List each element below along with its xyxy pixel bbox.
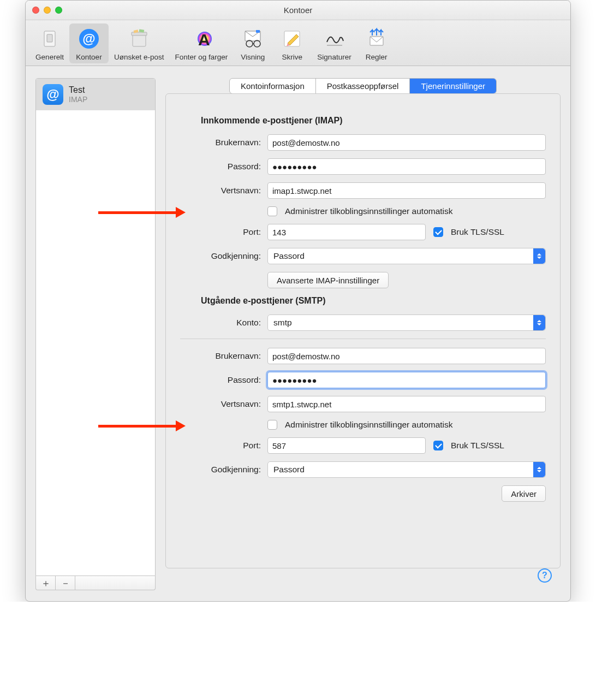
incoming-username-label: Brukernavn: <box>180 138 267 147</box>
outgoing-host-input[interactable] <box>267 396 546 412</box>
account-name: Test <box>69 85 87 95</box>
sidebar-footer: ＋ － <box>35 576 156 590</box>
outgoing-password-input[interactable] <box>267 372 546 388</box>
toolbar-view[interactable]: Visning <box>233 23 272 63</box>
content-area: @ Test IMAP ＋ － Kontoinformasjon Postkas… <box>26 66 570 601</box>
junk-icon <box>126 26 152 52</box>
account-row[interactable]: @ Test IMAP <box>36 79 155 110</box>
account-texts: Test IMAP <box>69 85 87 104</box>
outgoing-auth-label: Godkjenning: <box>180 465 267 474</box>
sidebar-footer-spacer <box>75 576 155 590</box>
toolbar-label: Uønsket e-post <box>114 53 164 61</box>
svg-rect-5 <box>132 32 147 35</box>
outgoing-tls-checkbox[interactable] <box>433 441 443 450</box>
incoming-host-label: Vertsnavn: <box>180 186 267 195</box>
preferences-window: Kontoer Generelt @ Kontoer Uønsket e-pos… <box>25 0 571 602</box>
toolbar-compose[interactable]: Skrive <box>272 23 312 63</box>
close-window-button[interactable] <box>32 7 39 14</box>
toolbar-kontoer[interactable]: @ Kontoer <box>69 23 109 63</box>
chevron-updown-icon <box>533 462 545 477</box>
outgoing-tls-label: Bruk TLS/SSL <box>451 441 504 450</box>
outgoing-host-label: Vertsnavn: <box>180 399 267 409</box>
annotation-arrow-1 <box>98 209 186 216</box>
incoming-tls-label: Bruk TLS/SSL <box>451 227 504 237</box>
incoming-host-input[interactable] <box>267 182 546 199</box>
outgoing-auto-checkbox[interactable] <box>267 420 277 430</box>
compose-icon <box>279 26 305 52</box>
account-type: IMAP <box>69 95 87 104</box>
chevron-updown-icon <box>533 248 545 264</box>
incoming-auto-checkbox[interactable] <box>267 206 277 216</box>
outgoing-account-value: smtp <box>273 318 292 328</box>
tab-bar: Kontoinformasjon Postkasseoppførsel Tjen… <box>165 78 561 94</box>
accounts-list: @ Test IMAP <box>35 78 156 576</box>
svg-point-12 <box>246 40 253 47</box>
incoming-auth-select[interactable]: Passord <box>267 248 546 264</box>
signature-icon <box>321 26 348 52</box>
tab-account-info[interactable]: Kontoinformasjon <box>230 79 316 93</box>
accounts-icon: @ <box>76 26 102 52</box>
save-button[interactable]: Arkiver <box>502 485 546 502</box>
incoming-tls-checkbox[interactable] <box>433 227 443 237</box>
incoming-username-input[interactable] <box>267 134 546 151</box>
prefs-toolbar: Generelt @ Kontoer Uønsket e-post A Font… <box>26 20 570 66</box>
toolbar-generelt[interactable]: Generelt <box>30 23 69 63</box>
server-settings-panel: Innkommende e-posttjener (IMAP) Brukerna… <box>165 93 561 568</box>
incoming-section-title: Innkommende e-posttjener (IMAP) <box>201 116 546 126</box>
main-panel: Kontoinformasjon Postkasseoppførsel Tjen… <box>165 78 561 590</box>
outgoing-section-title: Utgående e-posttjener (SMTP) <box>201 296 546 306</box>
svg-rect-1 <box>47 34 52 42</box>
incoming-auto-label: Administrer tilkoblingsinnstillinger aut… <box>285 206 453 216</box>
general-icon <box>37 26 63 52</box>
remove-account-button[interactable]: － <box>56 576 75 590</box>
incoming-port-label: Port: <box>180 227 267 237</box>
svg-rect-11 <box>256 30 260 33</box>
toolbar-rules[interactable]: Regler <box>357 23 396 63</box>
toolbar-label: Skrive <box>282 53 303 61</box>
annotation-arrow-2 <box>98 422 186 430</box>
toolbar-label: Visning <box>241 53 265 61</box>
outgoing-port-input[interactable] <box>267 437 426 454</box>
toolbar-fonts[interactable]: A Fonter og farger <box>170 23 234 63</box>
outgoing-username-input[interactable] <box>267 348 546 364</box>
toolbar-label: Fonter og farger <box>175 53 228 61</box>
incoming-port-input[interactable] <box>267 224 426 240</box>
incoming-auth-label: Godkjenning: <box>180 251 267 261</box>
zoom-window-button[interactable] <box>55 7 62 14</box>
outgoing-username-label: Brukernavn: <box>180 351 267 361</box>
help-wrap: ? <box>165 568 561 590</box>
svg-point-13 <box>254 40 260 47</box>
toolbar-label: Signaturer <box>317 53 351 61</box>
toolbar-label: Generelt <box>35 53 64 61</box>
rules-icon <box>363 26 390 52</box>
help-button[interactable]: ? <box>538 568 552 583</box>
add-account-button[interactable]: ＋ <box>36 576 56 590</box>
toolbar-label: Regler <box>366 53 388 61</box>
outgoing-auth-select[interactable]: Passord <box>267 461 546 478</box>
tab-server-settings[interactable]: Tjenerinnstillinger <box>410 79 496 93</box>
toolbar-signatures[interactable]: Signaturer <box>312 23 356 63</box>
divider <box>180 339 546 339</box>
traffic-lights <box>32 7 62 14</box>
window-title: Kontoer <box>26 5 570 15</box>
advanced-imap-button[interactable]: Avanserte IMAP-innstillinger <box>267 272 389 288</box>
outgoing-auto-label: Administrer tilkoblingsinnstillinger aut… <box>285 420 453 430</box>
outgoing-password-label: Passord: <box>180 375 267 385</box>
view-icon <box>240 26 266 52</box>
outgoing-auth-value: Passord <box>273 465 305 474</box>
svg-text:@: @ <box>82 31 95 46</box>
minimize-window-button[interactable] <box>44 7 51 14</box>
incoming-password-label: Passord: <box>180 162 267 171</box>
toolbar-junk[interactable]: Uønsket e-post <box>109 23 170 63</box>
titlebar: Kontoer <box>26 1 570 20</box>
svg-text:A: A <box>198 31 210 49</box>
outgoing-account-label: Konto: <box>180 318 267 328</box>
chevron-updown-icon <box>533 315 545 330</box>
incoming-password-input[interactable] <box>267 158 546 175</box>
incoming-auth-value: Passord <box>273 251 305 261</box>
at-icon: @ <box>43 84 63 105</box>
svg-rect-4 <box>133 34 146 46</box>
tab-mailbox-behavior[interactable]: Postkasseoppførsel <box>316 79 410 93</box>
outgoing-account-select[interactable]: smtp <box>267 315 546 331</box>
outgoing-port-label: Port: <box>180 441 267 450</box>
